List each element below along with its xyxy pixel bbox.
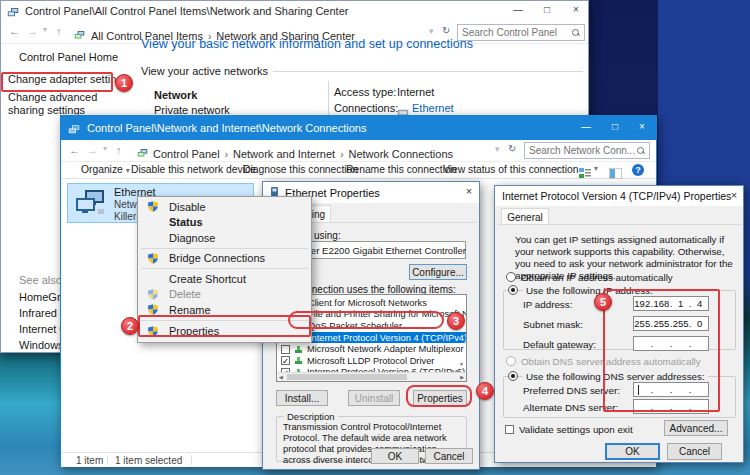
- d2-cancel-button[interactable]: Cancel: [667, 443, 722, 460]
- menu-label: Delete: [169, 288, 201, 300]
- w2-toolbar-overflow-icon[interactable]: »: [554, 163, 560, 174]
- w1-search-box[interactable]: Search Control Panel: [457, 24, 585, 41]
- checkbox-checked-icon[interactable]: [281, 356, 290, 365]
- w1-sidebar-home[interactable]: Control Panel Home: [19, 51, 118, 63]
- desktop: Control Panel\All Control Panel Items\Ne…: [0, 0, 750, 475]
- w1-active-networks-label: View your active networks: [141, 65, 268, 77]
- w1-sidebar-change-advanced[interactable]: Change advanced sharing settings: [8, 91, 118, 117]
- menu-label: Status: [169, 216, 203, 228]
- list-item-label: Internet Protocol Version 4 (TCP/IPv4): [309, 333, 467, 343]
- w1-maximize-icon[interactable]: □: [533, 4, 561, 15]
- w2-status-divider-2: [191, 455, 192, 465]
- w2-back-icon[interactable]: ←: [69, 144, 80, 156]
- w2-help-icon[interactable]: ?: [632, 164, 644, 176]
- checkbox-unchecked-icon[interactable]: [281, 345, 290, 354]
- d2-title: Internet Protocol Version 4 (TCP/IPv4) P…: [502, 190, 731, 202]
- list-item-label: Microsoft LLDP Protocol Driver: [307, 356, 434, 366]
- w2-crumb-item-2[interactable]: Network and Internet: [233, 148, 335, 160]
- w1-close-icon[interactable]: ×: [562, 4, 590, 15]
- hscroll-thumb[interactable]: [287, 374, 407, 380]
- multiplexor-icon: [294, 345, 303, 354]
- w1-connections-link[interactable]: Ethernet: [412, 102, 454, 114]
- radio-obtain-ip-label[interactable]: Obtain an IP address automatically: [521, 272, 673, 283]
- radio-use-dns[interactable]: [508, 371, 518, 381]
- hscroll-right-icon[interactable]: ▶: [460, 374, 464, 380]
- uac-shield-icon: [147, 288, 163, 301]
- menu-item-create-shortcut[interactable]: Create Shortcut: [138, 271, 311, 287]
- w2-preview-pane-icon[interactable]: [609, 165, 622, 183]
- w2-status-count: 1 item: [76, 455, 103, 466]
- w2-search-icon[interactable]: [637, 147, 645, 155]
- menu-item-bridge-connections[interactable]: Bridge Connections: [138, 251, 311, 267]
- menu-label: Create Shortcut: [169, 273, 246, 285]
- menu-separator: [141, 268, 308, 269]
- organize-dropdown-icon: ▾: [126, 166, 130, 175]
- d1-ok-button[interactable]: OK: [371, 448, 419, 464]
- w2-titlebar[interactable]: Control Panel\Network and Internet\Netwo…: [61, 116, 656, 140]
- w2-toolbar-disable[interactable]: Disable this network device: [131, 164, 256, 175]
- d2-tab-label: General: [507, 212, 543, 223]
- d1-uninstall-label: Uninstall: [355, 393, 393, 404]
- w2-crumb-sep-1: ›: [220, 149, 233, 160]
- d1-configure-button[interactable]: Configure...: [409, 264, 467, 280]
- ip-address-label: IP address:: [523, 299, 572, 310]
- w1-search-icon[interactable]: [572, 29, 580, 37]
- w2-refresh-icon[interactable]: ↻: [508, 143, 516, 154]
- w1-titlebar[interactable]: Control Panel\All Control Panel Items\Ne…: [1, 1, 588, 21]
- w1-address-dropdown-icon[interactable]: ▾: [429, 26, 434, 36]
- list-item-lldp[interactable]: Microsoft LLDP Protocol Driver: [277, 355, 466, 367]
- w2-crumb-item-1[interactable]: Control Panel: [153, 148, 220, 160]
- w2-address-dropdown-icon[interactable]: ▾: [495, 144, 500, 154]
- validate-checkbox[interactable]: [505, 425, 514, 434]
- w2-view-details-icon[interactable]: [579, 165, 591, 183]
- w1-minimize-icon[interactable]: —: [504, 4, 532, 15]
- w2-up-icon[interactable]: ↑: [116, 144, 122, 156]
- list-scroll-down-icon[interactable]: ▼: [459, 361, 464, 367]
- w2-forward-icon[interactable]: →: [87, 144, 98, 156]
- d2-advanced-button[interactable]: Advanced...: [664, 420, 728, 436]
- w2-crumb-sep-2: ›: [335, 149, 348, 160]
- w2-breadcrumb[interactable]: Control Panel›Network and Internet›Netwo…: [153, 144, 453, 162]
- d2-close-icon[interactable]: ×: [727, 189, 741, 201]
- validate-label[interactable]: Validate settings upon exit: [519, 424, 633, 435]
- menu-item-diagnose[interactable]: Diagnose: [138, 230, 311, 246]
- d1-cancel-label: Cancel: [433, 451, 464, 462]
- w2-recent-dropdown-icon[interactable]: ▾: [103, 144, 107, 153]
- w2-minimize-icon[interactable]: —: [572, 121, 600, 132]
- w2-title: Control Panel\Network and Internet\Netwo…: [87, 122, 366, 134]
- w2-view-dropdown-icon[interactable]: ▾: [594, 164, 598, 173]
- w2-toolbar-organize[interactable]: Organize ▾: [81, 164, 130, 175]
- w1-forward-icon[interactable]: →: [27, 25, 38, 37]
- w2-search-box[interactable]: Search Network Conn...: [524, 142, 650, 159]
- hscroll-left-icon[interactable]: ◀: [279, 374, 283, 380]
- d1-install-button[interactable]: Install...: [276, 390, 328, 406]
- w2-toolbar-rename[interactable]: Rename this connection: [346, 164, 456, 175]
- list-hscrollbar[interactable]: ◀ ▶: [277, 372, 466, 381]
- w1-sidebar-infrared[interactable]: Infrared: [19, 307, 57, 319]
- list-item-multiplexor[interactable]: Microsoft Network Adapter Multiplexor Pr…: [277, 343, 466, 355]
- w1-access-type-value: Internet: [397, 86, 434, 98]
- menu-label: Bridge Connections: [169, 252, 265, 264]
- w2-crumb-icon: [137, 145, 148, 163]
- w2-crumb-item-3[interactable]: Network Connections: [348, 148, 453, 160]
- d2-ok-button[interactable]: OK: [605, 443, 660, 460]
- w1-recent-dropdown-icon[interactable]: ▾: [43, 25, 47, 34]
- w2-toolbar-diagnose[interactable]: Diagnose this connection: [243, 164, 358, 175]
- radio-use-ip[interactable]: [508, 285, 518, 295]
- w1-refresh-icon[interactable]: ↻: [442, 25, 450, 36]
- d1-install-label: Install...: [285, 393, 319, 404]
- menu-item-status[interactable]: Status: [138, 215, 311, 231]
- d2-tab-general[interactable]: General: [501, 208, 549, 225]
- d2-titlebar[interactable]: Internet Protocol Version 4 (TCP/IPv4) P…: [495, 186, 743, 206]
- w1-up-icon[interactable]: ↑: [56, 25, 62, 37]
- w1-back-icon[interactable]: ←: [9, 25, 20, 37]
- menu-item-disable[interactable]: Disable: [138, 199, 311, 215]
- d1-ok-label: OK: [388, 451, 402, 462]
- w2-close-icon[interactable]: ×: [628, 121, 656, 132]
- d1-close-icon[interactable]: ×: [461, 185, 477, 197]
- radio-obtain-ip[interactable]: [506, 272, 516, 282]
- d1-description-caption: Description: [284, 411, 338, 422]
- w1-section-divider: [273, 71, 583, 72]
- d1-cancel-button[interactable]: Cancel: [425, 448, 473, 464]
- w2-maximize-icon[interactable]: □: [601, 121, 629, 132]
